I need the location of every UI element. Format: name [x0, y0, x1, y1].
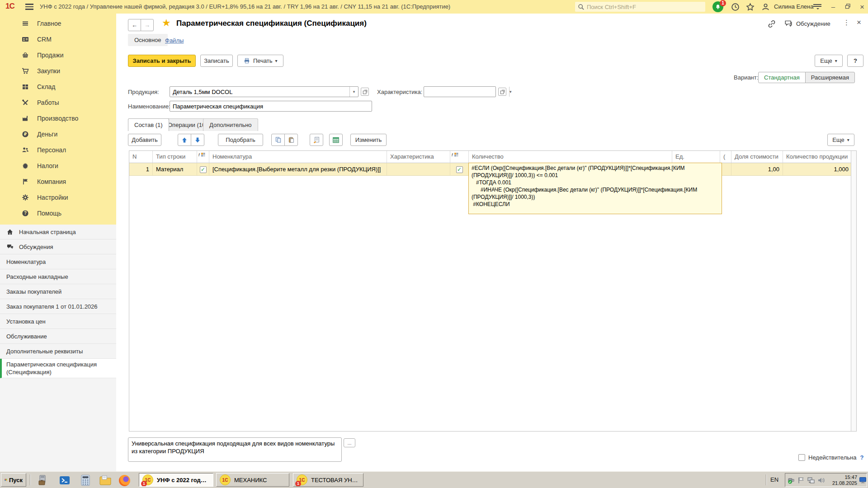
save-button[interactable]: Записать [200, 55, 233, 67]
task-mehaniks[interactable]: 1С МЕХАНИКС [216, 473, 289, 487]
service-menu-button[interactable] [811, 2, 824, 12]
comment-field[interactable]: Универсальная спецификация подходящая дл… [128, 437, 342, 462]
col-header-truncated[interactable]: ( [720, 151, 731, 163]
sidebar-item-raboty[interactable]: Работы [0, 94, 116, 110]
quicklaunch-firefox-icon[interactable] [118, 474, 131, 487]
sidebar-nav-obsluzhivanie[interactable]: Обслуживание [0, 329, 116, 344]
cell-cost-share[interactable]: 1,00 [731, 163, 783, 176]
col-header-fx2[interactable]: f [450, 151, 469, 163]
end-edit-button[interactable] [310, 134, 323, 146]
help-button[interactable]: ? [847, 55, 863, 67]
sidebar-item-proizvodstvo[interactable]: Производство [0, 110, 116, 126]
table-vertical-scrollbar[interactable] [851, 151, 856, 431]
product-open-button[interactable] [361, 88, 369, 96]
back-button[interactable]: ← [128, 19, 141, 31]
close-window-button[interactable]: × [857, 18, 861, 27]
col-header-unit[interactable]: Ед. [672, 151, 720, 163]
sidebar-nav-home[interactable]: Начальная страница [0, 225, 116, 239]
col-header-characteristic[interactable]: Характеристика [387, 151, 450, 163]
task-testovaya-unf[interactable]: 1С 1 ТЕСТОВАЯ УНФ с 20... [293, 473, 363, 487]
sidebar-item-nastroyki[interactable]: Настройки [0, 189, 116, 205]
table-more-button[interactable]: Еще ▾ [827, 134, 854, 146]
navtab-files[interactable]: Файлы [165, 37, 184, 44]
save-and-close-button[interactable]: Записать и закрыть [128, 55, 196, 67]
quantity-formula-checkbox[interactable]: ✓ [456, 166, 463, 173]
sidebar-item-glavnoe[interactable]: Главное [0, 15, 116, 31]
more-menu-icon[interactable]: ⋮ [843, 19, 850, 27]
edit-row-button[interactable]: Изменить [350, 134, 387, 146]
cell-product-quantity[interactable]: 1,000 [783, 163, 852, 176]
show-desktop-button[interactable] [859, 476, 867, 485]
print-button[interactable]: Печать ▾ [237, 55, 283, 67]
sidebar-item-dengi[interactable]: ₽ Деньги [0, 126, 116, 142]
minimize-button[interactable]: – [828, 3, 838, 10]
col-header-fx1[interactable]: f [197, 151, 209, 163]
sidebar-nav-param-spec[interactable]: Параметрическая спецификация (Спецификац… [0, 359, 116, 378]
sidebar-item-crm[interactable]: CRM [0, 31, 116, 47]
sidebar-nav-ustanovka-cen[interactable]: Установка цен [0, 314, 116, 329]
navtab-main[interactable]: Основное [128, 34, 168, 46]
paste-button[interactable] [284, 134, 298, 146]
restore-button[interactable] [843, 3, 853, 10]
add-row-button[interactable]: Добавить [128, 134, 161, 146]
sidebar-item-sklad[interactable]: Склад [0, 79, 116, 94]
sidebar-item-kompaniya[interactable]: Компания [0, 174, 116, 189]
user-button[interactable] [760, 2, 770, 12]
sidebar-nav-rashodnye[interactable]: Расходные накладные [0, 269, 116, 284]
move-down-button[interactable] [191, 134, 204, 146]
forward-button[interactable]: → [141, 19, 154, 31]
cell-row-type[interactable]: Материал [153, 163, 197, 176]
sidebar-item-personal[interactable]: Персонал [0, 142, 116, 158]
col-header-n[interactable]: N [129, 151, 153, 163]
main-menu-icon[interactable] [25, 4, 33, 10]
tab-dopolnitelno[interactable]: Дополнительно [203, 118, 258, 131]
sidebar-item-pomosch[interactable]: ? Помощь [0, 205, 116, 221]
sidebar-item-nalogi[interactable]: Налоги [0, 158, 116, 174]
comment-expand-button[interactable]: ... [344, 438, 355, 447]
form-more-button[interactable]: Еще ▾ [815, 55, 843, 67]
product-input[interactable] [170, 87, 349, 97]
tab-sostav[interactable]: Состав (1) [128, 118, 169, 131]
get-link-button[interactable] [767, 19, 776, 30]
sidebar-nav-zakaz1[interactable]: Заказ покупателя 1 от 01.01.2026 [0, 299, 116, 314]
quantity-formula-editor[interactable]: #ЕСЛИ (Окр([Спецификация.[Вес детали (кг… [468, 163, 722, 214]
col-header-product-quantity[interactable]: Количество продукции [783, 151, 852, 163]
sidebar-item-prodazhi[interactable]: Продажи [0, 47, 116, 63]
cell-n[interactable]: 1 [129, 163, 153, 176]
col-header-nomenclature[interactable]: Номенклатура [209, 151, 387, 163]
col-header-quantity[interactable]: Количество [469, 151, 672, 163]
close-app-button[interactable]: × [857, 3, 867, 12]
sidebar-nav-dop-rekvizity[interactable]: Дополнительные реквизиты [0, 344, 116, 359]
volume-tray-icon[interactable] [817, 476, 825, 485]
invalid-help-icon[interactable]: ? [860, 454, 863, 461]
invalid-checkbox[interactable] [798, 454, 805, 461]
variant-standard-button[interactable]: Стандартная [758, 72, 806, 83]
sidebar-item-zakupki[interactable]: Закупки [0, 63, 116, 79]
move-up-button[interactable] [178, 134, 191, 146]
col-header-row-type[interactable]: Тип строки [153, 151, 197, 163]
history-button[interactable] [730, 2, 740, 12]
language-indicator[interactable]: EN [770, 476, 778, 483]
product-dropdown-icon[interactable]: ▾ [349, 87, 358, 97]
col-header-cost-share[interactable]: Доля стоимости [731, 151, 783, 163]
network-tray-icon[interactable] [807, 476, 815, 485]
sidebar-nav-zakazy[interactable]: Заказы покупателей [0, 284, 116, 299]
start-button[interactable]: Пуск [1, 473, 26, 487]
quicklaunch-system-icon[interactable] [36, 474, 50, 487]
name-input[interactable] [170, 101, 372, 111]
nomenclature-formula-checkbox[interactable]: ✓ [200, 166, 207, 173]
flag-tray-icon[interactable] [797, 476, 805, 485]
tray-clock[interactable]: 15:47 21.08.2025 [828, 474, 857, 486]
variant-extended-button[interactable]: Расширяемая [805, 72, 855, 83]
sidebar-nav-nomenklatura[interactable]: Номенклатура [0, 254, 116, 269]
favorites-button[interactable] [745, 2, 755, 12]
cell-characteristic[interactable] [387, 163, 450, 176]
quicklaunch-powershell-icon[interactable] [58, 474, 71, 487]
task-unf-2022[interactable]: 1С 1 УНФ с 2022 года /... [139, 473, 213, 487]
cell-nomenclature[interactable]: [Спецификация.[Выберите металл для резки… [209, 163, 387, 176]
search-input[interactable] [587, 4, 695, 10]
quicklaunch-files-icon[interactable] [99, 474, 112, 487]
notifications-button[interactable]: 1 [712, 1, 724, 13]
copy-button[interactable] [271, 134, 285, 146]
spreadsheet-button[interactable] [329, 134, 343, 146]
